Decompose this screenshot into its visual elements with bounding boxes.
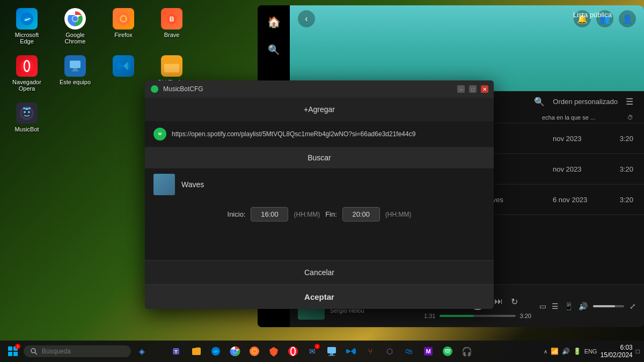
start-button[interactable]: !	[4, 343, 21, 360]
dialog-spacer	[145, 228, 494, 260]
desktop-icon-pc[interactable]: Este equipo	[54, 53, 97, 94]
next-button[interactable]: ⏭	[494, 297, 503, 306]
lyrics-button[interactable]: ☰	[552, 302, 559, 311]
fullscreen-button[interactable]: ⤢	[630, 302, 636, 311]
desktop-icon-firefox[interactable]: Firefox	[102, 5, 145, 47]
progress-track[interactable]	[440, 315, 515, 317]
taskbar-opera[interactable]	[284, 343, 302, 360]
desktop-icon-brave[interactable]: B Brave	[150, 5, 193, 47]
spotify-nav-left: ‹	[298, 10, 315, 27]
svg-marker-14	[117, 63, 123, 69]
volume-slider[interactable]	[593, 305, 624, 307]
sidebar-home-icon[interactable]: 🏠	[265, 13, 282, 31]
notification-center[interactable]: □	[636, 348, 640, 355]
add-button[interactable]: +Agregar	[145, 98, 494, 121]
taskbar-teams[interactable]: T	[169, 343, 186, 360]
taskbar-vscode[interactable]	[342, 343, 360, 360]
svg-rect-21	[25, 108, 28, 110]
taskbar-search[interactable]	[24, 345, 131, 357]
fin-input[interactable]	[342, 207, 380, 221]
taskbar-chrome[interactable]	[226, 343, 244, 360]
desktop-icon-opera[interactable]: Navegador Opera	[5, 53, 48, 94]
taskbar-headset[interactable]: 🎧	[458, 343, 475, 360]
volume-fill	[593, 305, 615, 307]
svg-line-31	[35, 352, 37, 354]
svg-rect-28	[8, 352, 12, 356]
firefox-label: Firefox	[114, 32, 133, 38]
repeat-button[interactable]: ↻	[511, 297, 518, 307]
sidebar-search-icon[interactable]: 🔍	[265, 41, 282, 58]
taskbar-right: ∧ 📶 🔊 🔋 ENG 6:03 15/02/2024 □	[544, 344, 640, 359]
mail-badge: !	[314, 344, 320, 349]
result-thumb	[153, 174, 175, 195]
col-duration-icon: ⏱	[606, 114, 633, 121]
taskbar-git[interactable]: ⑂	[362, 343, 379, 360]
taskbar-mail[interactable]: ✉ !	[304, 343, 321, 360]
svg-marker-48	[351, 348, 356, 354]
taskbar-pc[interactable]	[323, 343, 340, 360]
queue-button[interactable]: ▭	[539, 302, 546, 311]
taskbar-music-m[interactable]: M	[420, 343, 437, 360]
aceptar-button[interactable]: Aceptar	[145, 284, 494, 309]
musicbot-label: MusicBot	[14, 126, 39, 132]
opera-icon	[16, 55, 38, 77]
desktop-icon-edge[interactable]: Microsoft Edge	[5, 5, 48, 47]
copilot-button[interactable]: ◈	[133, 343, 150, 360]
chrome-label: Google Chrome	[56, 32, 94, 45]
chrome-icon	[64, 8, 86, 29]
taskbar-datetime[interactable]: 6:03 15/02/2024	[601, 344, 633, 359]
profile-button[interactable]: 👤	[619, 10, 636, 27]
svg-marker-41	[269, 347, 278, 357]
search-icon[interactable]: 🔍	[534, 97, 545, 107]
svg-rect-13	[71, 70, 79, 71]
musicbotcfg-dialog: MusicBotCFG – □ ✕ +Agregar https://open.…	[145, 80, 494, 309]
devices-button[interactable]: 📱	[564, 302, 573, 311]
spotify-small-icon	[153, 128, 166, 141]
cancelar-button[interactable]: Cancelar	[145, 260, 494, 284]
taskbar-spotify[interactable]	[439, 343, 456, 360]
tray-keyboard[interactable]: ENG	[584, 348, 597, 354]
taskbar-extra1[interactable]: ⬡	[381, 343, 398, 360]
edge-icon	[16, 8, 38, 29]
url-row: https://open.spotify.com/playlist/5MtVQL…	[145, 121, 494, 147]
inicio-input[interactable]	[251, 207, 288, 221]
time-current: 1:31	[424, 313, 435, 319]
back-button[interactable]: ‹	[298, 10, 315, 27]
svg-point-37	[233, 350, 237, 353]
taskbar-firefox[interactable]	[246, 343, 263, 360]
edge-label: Microsoft Edge	[8, 32, 46, 45]
search-field[interactable]	[42, 348, 117, 355]
folder-icon	[161, 55, 182, 77]
taskbar-edge[interactable]	[207, 343, 224, 360]
dialog-body: +Agregar https://open.spotify.com/playli…	[145, 98, 494, 309]
opera-label: Navegador Opera	[8, 79, 46, 92]
url-text: https://open.spotify.com/playlist/5MtVQL…	[172, 130, 485, 138]
svg-point-40	[253, 350, 256, 353]
desktop-icon-vscode[interactable]	[102, 53, 145, 94]
dialog-app-icon	[150, 85, 159, 93]
track-date: 6 nov 2023	[553, 196, 606, 204]
list-icon[interactable]: ☰	[626, 97, 633, 107]
tray-battery[interactable]: 🔋	[573, 348, 581, 355]
taskbar-brave[interactable]	[265, 343, 282, 360]
taskbar: ! ◈ T	[0, 341, 644, 362]
taskbar-explorer[interactable]	[188, 343, 205, 360]
taskbar-store[interactable]: 🛍	[400, 343, 418, 360]
pc-icon	[64, 55, 86, 77]
desktop-icon-musicbot[interactable]: MusicBot	[5, 100, 48, 135]
dialog-minimize-button[interactable]: –	[457, 85, 465, 93]
tray-chevron[interactable]: ∧	[544, 349, 547, 354]
brave-label: Brave	[164, 32, 180, 38]
dialog-maximize-button[interactable]: □	[469, 85, 477, 93]
taskbar-left: ! ◈	[4, 343, 150, 360]
buscar-button[interactable]: Buscar	[145, 147, 494, 168]
tray-volume[interactable]: 🔊	[562, 348, 570, 355]
volume-button[interactable]: 🔊	[579, 302, 588, 311]
svg-rect-45	[330, 353, 333, 355]
order-label[interactable]: Orden personalizado	[553, 98, 618, 106]
player-right: ▭ ☰ 📱 🔊 ⤢	[539, 302, 636, 311]
tray-wifi[interactable]: 📶	[551, 348, 559, 355]
desktop-icon-chrome[interactable]: Google Chrome	[54, 5, 97, 47]
dialog-close-button[interactable]: ✕	[481, 85, 488, 93]
svg-rect-44	[327, 347, 336, 353]
